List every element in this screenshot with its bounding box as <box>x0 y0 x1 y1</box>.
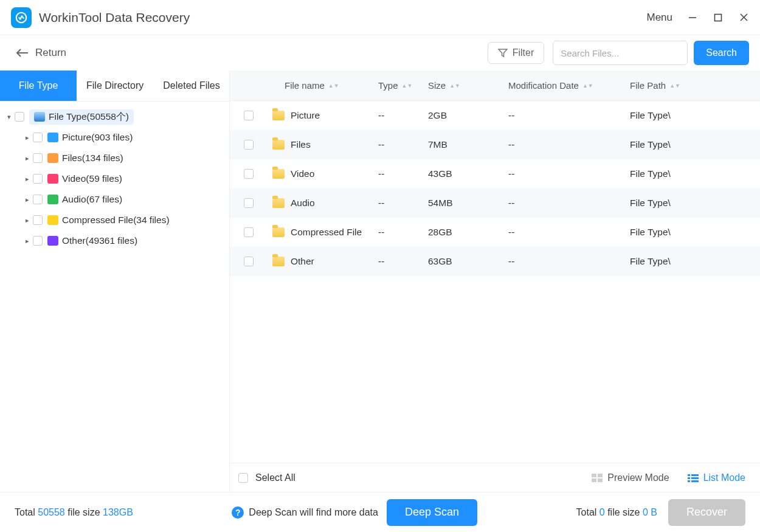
tab-file-type[interactable]: File Type <box>0 71 77 101</box>
caret-right-icon[interactable]: ▸ <box>24 134 30 142</box>
checkbox[interactable] <box>33 174 43 184</box>
caret-right-icon[interactable]: ▸ <box>24 175 30 183</box>
drive-icon <box>34 112 45 122</box>
sort-icon: ▲▼ <box>328 84 339 88</box>
tree-item[interactable]: ▸Other(49361 files) <box>0 230 229 251</box>
sidebar-tabs: File Type File Directory Deleted Files <box>0 71 229 102</box>
checkbox[interactable] <box>238 473 248 483</box>
list-mode-button[interactable]: List Mode <box>688 472 745 483</box>
cell-name: Files <box>291 139 311 150</box>
search-button[interactable]: Search <box>694 41 749 65</box>
svg-rect-10 <box>598 478 603 482</box>
checkbox[interactable] <box>244 111 254 120</box>
close-icon[interactable] <box>738 12 749 23</box>
app-logo-icon <box>11 7 32 28</box>
caret-right-icon[interactable]: ▸ <box>24 154 30 162</box>
cell-path: File Type\ <box>630 139 760 150</box>
svg-marker-6 <box>499 49 507 57</box>
cell-size: 63GB <box>428 256 508 267</box>
tree-item-label: Video(59 files) <box>62 173 122 184</box>
table-row[interactable]: Audio--54MB--File Type\ <box>230 188 760 218</box>
status-total: Total 50558 file size 138GB <box>15 507 133 518</box>
tree-item-label: Audio(67 files) <box>62 194 122 205</box>
checkbox[interactable] <box>244 140 254 150</box>
cell-date: -- <box>508 256 630 267</box>
sort-icon: ▲▼ <box>402 84 413 88</box>
return-button[interactable]: Return <box>16 47 66 59</box>
app-title: WorkinTool Data Recovery <box>39 10 646 25</box>
table-row[interactable]: Other--63GB--File Type\ <box>230 247 760 276</box>
deep-scan-button[interactable]: Deep Scan <box>387 499 477 526</box>
th-file-name[interactable]: File name▲▼ <box>261 80 378 91</box>
checkbox[interactable] <box>244 169 254 179</box>
cell-type: -- <box>378 139 428 150</box>
mode-bar: Select All Preview Mode List Mode <box>230 463 760 492</box>
tree-item-label: Files(134 files) <box>62 153 123 164</box>
tree-item[interactable]: ▸Picture(903 files) <box>0 127 229 148</box>
cell-size: 43GB <box>428 168 508 179</box>
th-modification-date[interactable]: Modification Date▲▼ <box>508 80 630 91</box>
filter-label: Filter <box>513 47 534 58</box>
tree-item[interactable]: ▸Compressed File(34 files) <box>0 210 229 230</box>
checkbox[interactable] <box>33 133 43 142</box>
cell-size: 54MB <box>428 198 508 209</box>
checkbox[interactable] <box>33 215 43 225</box>
table-row[interactable]: Compressed File--28GB--File Type\ <box>230 218 760 247</box>
caret-right-icon[interactable]: ▸ <box>24 216 30 224</box>
cell-type: -- <box>378 198 428 209</box>
minimize-icon[interactable] <box>687 12 698 23</box>
arrow-left-icon <box>16 49 29 57</box>
tree: ▾ File Type(50558个) ▸Picture(903 files)▸… <box>0 102 229 492</box>
caret-right-icon[interactable]: ▸ <box>24 196 30 204</box>
th-type[interactable]: Type▲▼ <box>378 80 428 91</box>
cell-path: File Type\ <box>630 198 760 209</box>
sort-icon: ▲▼ <box>669 84 680 88</box>
checkbox[interactable] <box>244 257 254 266</box>
category-icon <box>47 133 58 142</box>
cell-name: Video <box>291 168 314 179</box>
table-row[interactable]: Video--43GB--File Type\ <box>230 159 760 188</box>
tree-item-label: Picture(903 files) <box>62 132 133 143</box>
tab-deleted-files[interactable]: Deleted Files <box>153 71 230 101</box>
table-row[interactable]: Picture--2GB--File Type\ <box>230 101 760 130</box>
select-all-label: Select All <box>255 472 295 483</box>
tab-file-directory[interactable]: File Directory <box>77 71 153 101</box>
return-label: Return <box>35 47 66 59</box>
category-icon <box>47 195 58 204</box>
th-file-path[interactable]: File Path▲▼ <box>630 80 760 91</box>
status-bar: Total 50558 file size 138GB ? Deep Scan … <box>0 492 760 532</box>
svg-rect-13 <box>688 477 690 479</box>
checkbox[interactable] <box>33 195 43 204</box>
cell-name: Picture <box>291 110 320 121</box>
preview-mode-button[interactable]: Preview Mode <box>592 472 669 483</box>
svg-rect-12 <box>691 474 699 476</box>
titlebar: WorkinTool Data Recovery Menu <box>0 0 760 35</box>
cell-size: 7MB <box>428 139 508 150</box>
folder-icon <box>272 111 285 120</box>
checkbox[interactable] <box>33 236 43 246</box>
sort-icon: ▲▼ <box>582 84 593 88</box>
caret-down-icon[interactable]: ▾ <box>6 113 12 121</box>
category-icon <box>47 215 58 225</box>
filter-button[interactable]: Filter <box>488 42 545 64</box>
tree-item[interactable]: ▸Files(134 files) <box>0 148 229 168</box>
maximize-icon[interactable] <box>713 12 724 23</box>
toolbar: Return Filter Search <box>0 35 760 71</box>
table-row[interactable]: Files--7MB--File Type\ <box>230 130 760 159</box>
tree-item[interactable]: ▸Video(59 files) <box>0 168 229 189</box>
caret-right-icon[interactable]: ▸ <box>24 237 30 245</box>
menu-button[interactable]: Menu <box>646 12 672 24</box>
tree-item[interactable]: ▸Audio(67 files) <box>0 189 229 210</box>
checkbox[interactable] <box>244 198 254 208</box>
checkbox[interactable] <box>33 153 43 163</box>
checkbox[interactable] <box>15 112 24 122</box>
cell-date: -- <box>508 168 630 179</box>
recover-button[interactable]: Recover <box>668 499 745 526</box>
cell-path: File Type\ <box>630 227 760 238</box>
search-input[interactable] <box>553 41 688 65</box>
checkbox[interactable] <box>244 227 254 237</box>
tree-item-label: Compressed File(34 files) <box>62 215 170 226</box>
tree-root[interactable]: ▾ File Type(50558个) <box>0 106 229 127</box>
th-size[interactable]: Size▲▼ <box>428 80 508 91</box>
select-all[interactable]: Select All <box>236 472 295 483</box>
